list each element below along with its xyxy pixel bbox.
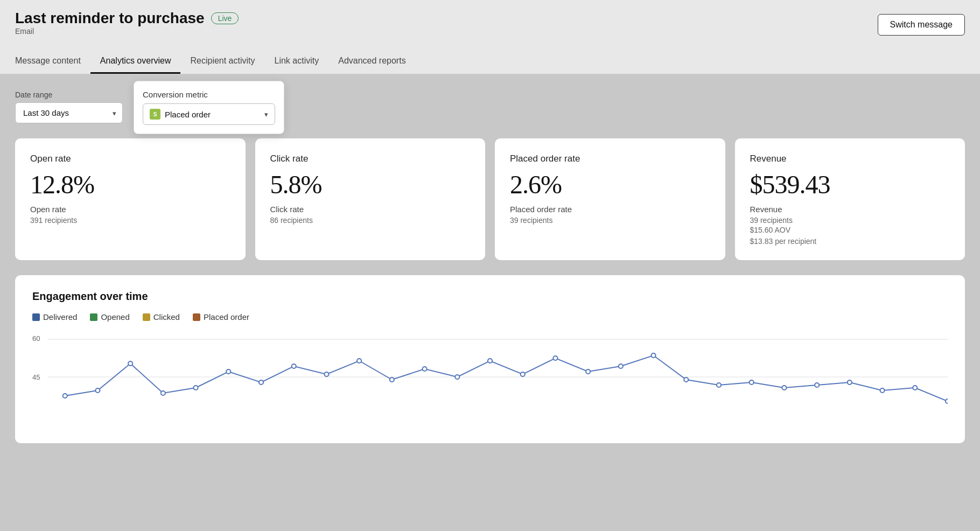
legend-placed-order-label: Placed order	[204, 312, 249, 322]
clicked-color-swatch	[143, 313, 150, 321]
metric-cards: Open rate 12.8% Open rate 391 recipients…	[15, 138, 965, 260]
chevron-down-icon: ▾	[264, 110, 268, 118]
header-top: Last reminder to purchase Live Email Swi…	[15, 10, 965, 47]
open-rate-card: Open rate 12.8% Open rate 391 recipients	[15, 138, 246, 260]
click-rate-value: 5.8%	[270, 170, 471, 199]
revenue-card: Revenue $539.43 Revenue 39 recipients $1…	[735, 138, 965, 260]
revenue-value: $539.43	[750, 170, 950, 199]
conversion-metric-select[interactable]: S Placed order ▾	[143, 103, 275, 125]
email-label: Email	[15, 27, 239, 40]
svg-point-25	[750, 380, 754, 385]
date-range-label: Date range	[15, 90, 123, 99]
title-section: Last reminder to purchase Live Email	[15, 10, 239, 40]
svg-point-15	[423, 367, 427, 371]
tab-analytics-overview[interactable]: Analytics overview	[90, 50, 181, 74]
placed-order-rate-card: Placed order rate 2.6% Placed order rate…	[495, 138, 725, 260]
svg-point-5	[95, 388, 100, 393]
svg-point-21	[619, 364, 623, 368]
open-rate-recipients: 391 recipients	[30, 216, 230, 225]
svg-point-19	[553, 356, 557, 360]
svg-point-27	[815, 383, 819, 387]
delivered-color-swatch	[32, 313, 40, 321]
svg-point-14	[390, 378, 394, 382]
placed-order-color-swatch	[193, 313, 200, 321]
placed-order-rate-recipients: 39 recipients	[510, 216, 710, 225]
live-badge: Live	[211, 12, 239, 24]
opened-color-swatch	[90, 313, 97, 321]
date-range-group: Date range Last 30 days Last 7 days Last…	[15, 90, 123, 123]
svg-point-26	[782, 386, 786, 390]
svg-text:60: 60	[32, 334, 40, 343]
click-rate-title: Click rate	[270, 153, 471, 164]
svg-point-24	[717, 383, 721, 387]
revenue-title: Revenue	[750, 153, 950, 164]
open-rate-title: Open rate	[30, 153, 230, 164]
click-rate-subtitle: Click rate	[270, 205, 471, 214]
legend-clicked-label: Clicked	[153, 312, 180, 322]
chart-area: 60 45	[32, 331, 948, 430]
svg-point-20	[586, 369, 590, 374]
filters-row: Date range Last 30 days Last 7 days Last…	[15, 90, 965, 123]
svg-point-11	[292, 364, 296, 368]
legend-delivered: Delivered	[32, 312, 77, 322]
tab-advanced-reports[interactable]: Advanced reports	[328, 50, 415, 74]
svg-text:45: 45	[32, 373, 40, 381]
svg-point-16	[455, 375, 459, 379]
click-rate-recipients: 86 recipients	[270, 216, 471, 225]
svg-point-12	[324, 372, 328, 376]
legend-opened: Opened	[90, 312, 129, 322]
svg-point-13	[357, 359, 361, 363]
engagement-chart-card: Engagement over time Delivered Opened Cl…	[15, 275, 965, 443]
svg-point-10	[259, 380, 263, 385]
revenue-recipients: 39 recipients	[750, 216, 950, 225]
chart-title: Engagement over time	[32, 290, 948, 303]
svg-point-7	[161, 391, 165, 395]
page-header: Last reminder to purchase Live Email Swi…	[0, 0, 980, 74]
svg-point-31	[946, 399, 948, 403]
svg-point-4	[63, 394, 67, 398]
tab-link-activity[interactable]: Link activity	[265, 50, 329, 74]
legend-delivered-label: Delivered	[43, 312, 77, 322]
placed-order-rate-value: 2.6%	[510, 170, 710, 199]
shopify-icon: S	[150, 109, 160, 120]
svg-point-17	[488, 359, 492, 363]
svg-point-29	[880, 388, 885, 393]
svg-point-8	[194, 386, 198, 390]
engagement-line-chart: 60 45	[32, 331, 948, 428]
tab-nav: Message content Analytics overview Recip…	[15, 50, 965, 74]
conversion-metric-label: Conversion metric	[143, 90, 275, 99]
conversion-metric-dropdown: Conversion metric S Placed order ▾	[134, 81, 284, 134]
legend-placed-order: Placed order	[193, 312, 249, 322]
placed-order-rate-subtitle: Placed order rate	[510, 205, 710, 214]
svg-point-6	[128, 361, 132, 366]
legend-opened-label: Opened	[101, 312, 129, 322]
title-area: Last reminder to purchase Live	[15, 10, 239, 27]
chart-legend: Delivered Opened Clicked Placed order	[32, 312, 948, 322]
tab-recipient-activity[interactable]: Recipient activity	[180, 50, 264, 74]
conversion-value: Placed order	[165, 110, 260, 119]
page-title: Last reminder to purchase	[15, 10, 205, 27]
svg-point-23	[684, 378, 688, 382]
legend-clicked: Clicked	[143, 312, 180, 322]
open-rate-value: 12.8%	[30, 170, 230, 199]
open-rate-subtitle: Open rate	[30, 205, 230, 214]
date-range-select-wrapper[interactable]: Last 30 days Last 7 days Last 90 days ▾	[15, 102, 123, 123]
svg-point-22	[652, 353, 656, 358]
revenue-extra: $15.60 AOV$13.83 per recipient	[750, 225, 950, 247]
date-range-select[interactable]: Last 30 days Last 7 days Last 90 days	[15, 102, 123, 123]
switch-message-button[interactable]: Switch message	[878, 14, 965, 36]
click-rate-card: Click rate 5.8% Click rate 86 recipients	[255, 138, 486, 260]
revenue-subtitle: Revenue	[750, 205, 950, 214]
svg-point-28	[848, 380, 852, 385]
placed-order-rate-title: Placed order rate	[510, 153, 710, 164]
svg-point-30	[913, 386, 917, 390]
main-content: Date range Last 30 days Last 7 days Last…	[0, 74, 980, 459]
svg-point-18	[521, 372, 525, 376]
svg-point-9	[226, 369, 230, 374]
tab-message-content[interactable]: Message content	[15, 50, 90, 74]
